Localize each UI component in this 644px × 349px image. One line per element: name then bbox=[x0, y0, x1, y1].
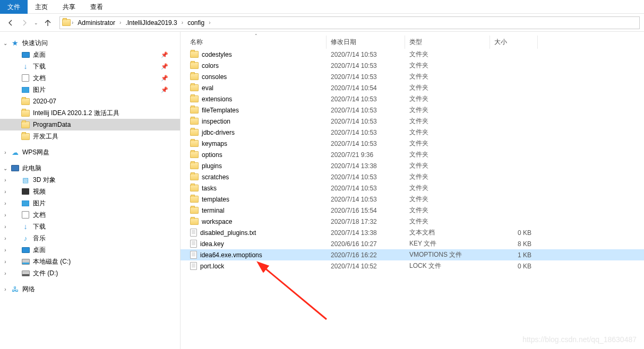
chevron-right-icon[interactable]: › bbox=[2, 286, 8, 292]
sidebar-desktop[interactable]: 桌面 📌 bbox=[0, 49, 180, 60]
table-row[interactable]: keymaps2020/7/14 10:53文件夹 bbox=[181, 138, 644, 149]
sidebar-disk-d[interactable]: › 文件 (D:) bbox=[0, 267, 180, 279]
nav-toolbar: ⌄ › Administrator › .IntelliJIdea2019.3 … bbox=[0, 14, 644, 32]
chevron-down-icon[interactable]: ⌄ bbox=[2, 40, 8, 46]
sidebar-folder-devtools[interactable]: 开发工具 bbox=[0, 130, 180, 142]
table-row[interactable]: terminal2020/7/16 15:54文件夹 bbox=[181, 205, 644, 216]
sidebar-folder-2020-07[interactable]: 2020-07 bbox=[0, 95, 180, 107]
sidebar-pictures-pc[interactable]: › 图片 bbox=[0, 197, 180, 209]
nav-history-dropdown[interactable]: ⌄ bbox=[32, 20, 40, 25]
folder-icon bbox=[190, 84, 199, 91]
table-row[interactable]: codestyles2020/7/14 10:53文件夹 bbox=[181, 49, 644, 60]
column-type-header[interactable]: 类型 bbox=[405, 36, 490, 49]
file-name-label: idea.key bbox=[200, 240, 224, 248]
sidebar-desktop-pc[interactable]: › 桌面 bbox=[0, 244, 180, 256]
sidebar-music[interactable]: › ♪ 音乐 bbox=[0, 232, 180, 244]
breadcrumb-segment[interactable]: config bbox=[184, 19, 208, 27]
table-row[interactable]: extensions2020/7/14 10:53文件夹 bbox=[181, 93, 644, 104]
table-row[interactable]: plugins2020/7/14 13:38文件夹 bbox=[181, 160, 644, 171]
menu-home-tab[interactable]: 主页 bbox=[28, 0, 55, 14]
table-row[interactable]: idea64.exe.vmoptions2020/7/16 16:22VMOPT… bbox=[181, 249, 644, 260]
file-name-cell: templates bbox=[186, 196, 327, 203]
table-row[interactable]: tasks2020/7/14 10:53文件夹 bbox=[181, 182, 644, 194]
sidebar-downloads[interactable]: ↓ 下载 📌 bbox=[0, 60, 180, 72]
sidebar-item-label: 网络 bbox=[22, 285, 35, 294]
chevron-right-icon[interactable]: › bbox=[2, 200, 8, 206]
table-row[interactable]: consoles2020/7/14 10:53文件夹 bbox=[181, 71, 644, 82]
folder-icon bbox=[190, 173, 199, 180]
column-size-header[interactable]: 大小 bbox=[490, 36, 538, 49]
folder-icon bbox=[190, 185, 199, 191]
table-row[interactable]: options2020/7/21 9:36文件夹 bbox=[181, 149, 644, 160]
sidebar-downloads-pc[interactable]: › ↓ 下载 bbox=[0, 221, 180, 232]
chevron-right-icon[interactable]: › bbox=[2, 212, 8, 218]
sidebar-item-label: Intellij IDEA 2020.1.2 激活工具 bbox=[33, 109, 119, 118]
chevron-right-icon[interactable]: › bbox=[118, 20, 122, 25]
file-type-cell: 文件夹 bbox=[405, 94, 490, 103]
chevron-right-icon[interactable]: › bbox=[2, 177, 8, 183]
chevron-right-icon[interactable]: › bbox=[2, 189, 8, 195]
nav-forward-button[interactable] bbox=[18, 16, 31, 29]
sidebar-network[interactable]: › 🖧 网络 bbox=[0, 283, 180, 295]
file-name-label: extensions bbox=[202, 95, 232, 103]
file-name-label: idea64.exe.vmoptions bbox=[200, 251, 262, 259]
sidebar-documents-pc[interactable]: › 文档 bbox=[0, 209, 180, 221]
table-row[interactable]: idea.key2020/6/16 10:27KEY 文件8 KB bbox=[181, 238, 644, 249]
sidebar-disk-c[interactable]: › 本地磁盘 (C:) bbox=[0, 256, 180, 267]
file-name-cell: idea.key bbox=[186, 240, 327, 248]
chevron-right-icon[interactable]: › bbox=[2, 150, 8, 155]
file-icon bbox=[190, 240, 197, 248]
table-row[interactable]: workspace2020/7/18 17:32文件夹 bbox=[181, 216, 644, 227]
table-row[interactable]: disabled_plugins.txt2020/7/14 13:38文本文档0… bbox=[181, 227, 644, 238]
table-row[interactable]: port.lock2020/7/14 10:52LOCK 文件0 KB bbox=[181, 260, 644, 272]
sidebar-item-label: 2020-07 bbox=[33, 98, 56, 105]
file-name-label: plugins bbox=[202, 162, 222, 170]
nav-up-button[interactable] bbox=[41, 16, 54, 29]
table-row[interactable]: templates2020/7/14 10:53文件夹 bbox=[181, 194, 644, 205]
chevron-right-icon[interactable]: › bbox=[2, 235, 8, 241]
sidebar-item-label: 桌面 bbox=[33, 50, 46, 59]
file-date-cell: 2020/7/14 10:53 bbox=[327, 196, 405, 203]
table-row[interactable]: colors2020/7/14 10:53文件夹 bbox=[181, 60, 644, 71]
table-row[interactable]: inspection2020/7/14 10:53文件夹 bbox=[181, 116, 644, 127]
chevron-down-icon[interactable]: ⌄ bbox=[2, 165, 8, 171]
sidebar-item-label: 音乐 bbox=[33, 234, 46, 243]
table-row[interactable]: fileTemplates2020/7/14 10:53文件夹 bbox=[181, 104, 644, 116]
file-name-cell: tasks bbox=[186, 185, 327, 192]
file-name-label: fileTemplates bbox=[202, 107, 239, 114]
sidebar-pictures[interactable]: 图片 📌 bbox=[0, 84, 180, 95]
chevron-right-icon[interactable]: › bbox=[2, 259, 8, 265]
table-row[interactable]: scratches2020/7/14 10:53文件夹 bbox=[181, 171, 644, 182]
menu-view-tab[interactable]: 查看 bbox=[83, 0, 110, 14]
sidebar-quick-access[interactable]: ⌄ ★ 快速访问 bbox=[0, 37, 180, 49]
folder-icon bbox=[190, 51, 199, 58]
chevron-right-icon[interactable]: › bbox=[2, 247, 8, 253]
menu-share-tab[interactable]: 共享 bbox=[55, 0, 83, 14]
sidebar-folder-programdata[interactable]: ProgramData bbox=[0, 119, 180, 130]
breadcrumb-segment[interactable]: Administrator bbox=[74, 19, 118, 27]
table-row[interactable]: eval2020/7/14 10:54文件夹 bbox=[181, 82, 644, 93]
address-bar[interactable]: › Administrator › .IntelliJIdea2019.3 › … bbox=[59, 16, 640, 29]
pin-icon: 📌 bbox=[161, 63, 168, 70]
file-name-cell: workspace bbox=[186, 218, 327, 225]
sidebar-documents[interactable]: 文档 📌 bbox=[0, 72, 180, 84]
chevron-right-icon[interactable]: › bbox=[2, 271, 8, 276]
sidebar-3d-objects[interactable]: › ▧ 3D 对象 bbox=[0, 174, 180, 186]
file-date-cell: 2020/7/14 13:38 bbox=[327, 162, 405, 170]
breadcrumb-segment[interactable]: .IntelliJIdea2019.3 bbox=[122, 19, 180, 27]
table-row[interactable]: jdbc-drivers2020/7/14 10:53文件夹 bbox=[181, 127, 644, 138]
nav-back-button[interactable] bbox=[4, 16, 17, 29]
chevron-right-icon[interactable]: › bbox=[71, 20, 74, 25]
column-date-header[interactable]: 修改日期 bbox=[327, 36, 405, 49]
folder-icon bbox=[190, 62, 199, 69]
chevron-right-icon[interactable]: › bbox=[208, 20, 211, 25]
menu-file-tab[interactable]: 文件 bbox=[0, 0, 28, 14]
chevron-right-icon[interactable]: › bbox=[2, 224, 8, 230]
sidebar-videos[interactable]: › 视频 bbox=[0, 186, 180, 197]
chevron-right-icon[interactable]: › bbox=[181, 20, 184, 25]
sidebar-wps[interactable]: › ☁ WPS网盘 bbox=[0, 146, 180, 158]
sidebar-folder-intellij[interactable]: Intellij IDEA 2020.1.2 激活工具 bbox=[0, 107, 180, 119]
folder-icon bbox=[190, 129, 199, 136]
column-name-header[interactable]: ˄ 名称 bbox=[186, 36, 327, 49]
sidebar-this-pc[interactable]: ⌄ 此电脑 bbox=[0, 162, 180, 174]
